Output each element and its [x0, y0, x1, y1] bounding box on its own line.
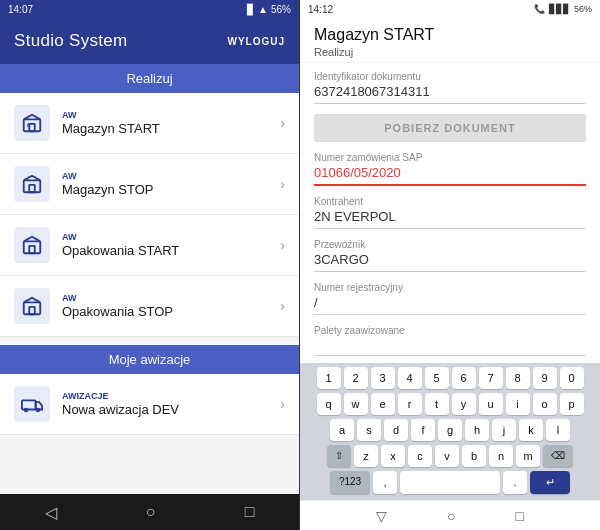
kb-key-f[interactable]: f [411, 419, 435, 441]
kb-key-e[interactable]: e [371, 393, 395, 415]
kb-key-x[interactable]: x [381, 445, 405, 467]
menu-item-awizacja-dev[interactable]: Awizacje Nowa awizacja DEV › [0, 374, 299, 435]
section-gap [0, 337, 299, 345]
back-button-left[interactable]: ◁ [33, 497, 69, 528]
value-sap-order[interactable]: 01066/05/2020 [314, 165, 586, 186]
svg-rect-4 [29, 185, 35, 192]
package-icon-1 [14, 227, 50, 263]
kb-key-c[interactable]: c [408, 445, 432, 467]
kb-row-numbers: 1 2 3 4 5 6 7 8 9 0 [302, 367, 598, 389]
kb-key-q[interactable]: q [317, 393, 341, 415]
field-sap-order: Numer zamówienia SAP 01066/05/2020 [314, 152, 586, 186]
kb-key-0[interactable]: 0 [560, 367, 584, 389]
kb-key-o[interactable]: o [533, 393, 557, 415]
app-header-left: Studio System WYLOGUJ [0, 18, 299, 64]
recent-button-right[interactable]: □ [516, 508, 524, 524]
kb-key-z[interactable]: z [354, 445, 378, 467]
field-numer-rej: Numer rejestracyjny / [314, 282, 586, 315]
recent-button-left[interactable]: □ [233, 497, 267, 527]
kb-key-9[interactable]: 9 [533, 367, 557, 389]
kb-key-3[interactable]: 3 [371, 367, 395, 389]
chevron-icon-5: › [280, 396, 285, 412]
back-button-right[interactable]: ▽ [376, 508, 387, 524]
menu-item-magazyn-stop[interactable]: AW Magazyn STOP › [0, 154, 299, 215]
svg-text:A: A [27, 122, 31, 128]
page-title-right: Magazyn START [314, 26, 586, 44]
kb-row-asdf: a s d f g h j k l [302, 419, 598, 441]
kb-key-6[interactable]: 6 [452, 367, 476, 389]
menu-text-4: AW Opakowania STOP [62, 293, 280, 319]
menu-text-5: Awizacje Nowa awizacja DEV [62, 391, 280, 417]
kb-key-p[interactable]: p [560, 393, 584, 415]
value-przewoznik: 3CARGO [314, 252, 586, 272]
kb-key-s[interactable]: s [357, 419, 381, 441]
kb-shift-key[interactable]: ⇧ [327, 445, 351, 467]
kb-period-key[interactable]: . [503, 471, 527, 494]
menu-item-magazyn-start[interactable]: A AW Magazyn START › [0, 93, 299, 154]
value-palety[interactable] [314, 338, 586, 356]
value-numer-rej[interactable]: / [314, 295, 586, 315]
fetch-button[interactable]: POBIERZ DOKUMENT [314, 114, 586, 142]
home-button-left[interactable]: ○ [134, 497, 168, 527]
kb-enter-key[interactable]: ↵ [530, 471, 570, 494]
menu-item-opakowania-start[interactable]: AW Opakowania START › [0, 215, 299, 276]
status-icons-right: 📞 ▊▊▊ 56% [534, 4, 592, 14]
kb-key-8[interactable]: 8 [506, 367, 530, 389]
kb-key-y[interactable]: y [452, 393, 476, 415]
status-bar-right: 14:12 📞 ▊▊▊ 56% [300, 0, 600, 18]
svg-rect-6 [29, 246, 35, 253]
kb-key-n[interactable]: n [489, 445, 513, 467]
svg-rect-7 [24, 302, 41, 314]
svg-rect-3 [24, 180, 41, 192]
field-kontrahent: Kontrahent 2N EVERPOL [314, 196, 586, 229]
nav-bar-left: ◁ ○ □ [0, 494, 299, 530]
kb-space-key[interactable] [400, 471, 500, 494]
kb-key-i[interactable]: i [506, 393, 530, 415]
form-area: Identyfikator dokumentu 6372418067314311… [300, 63, 600, 363]
kb-delete-key[interactable]: ⌫ [543, 445, 573, 467]
kb-key-h[interactable]: h [465, 419, 489, 441]
logout-button[interactable]: WYLOGUJ [227, 36, 285, 47]
warehouse-icon-1: A [14, 105, 50, 141]
label-kontrahent: Kontrahent [314, 196, 586, 207]
kb-key-g[interactable]: g [438, 419, 462, 441]
menu-item-opakowania-stop[interactable]: AW Opakowania STOP › [0, 276, 299, 337]
kb-key-4[interactable]: 4 [398, 367, 422, 389]
kb-key-u[interactable]: u [479, 393, 503, 415]
kb-key-w[interactable]: w [344, 393, 368, 415]
section-awizacje: Moje awizacje [0, 345, 299, 374]
kb-key-5[interactable]: 5 [425, 367, 449, 389]
kb-symbols-key[interactable]: ?123 [330, 471, 370, 494]
right-phone: 14:12 📞 ▊▊▊ 56% Magazyn START Realizuj I… [300, 0, 600, 530]
label-palety: Palety zaawizowane [314, 325, 586, 336]
kb-key-1[interactable]: 1 [317, 367, 341, 389]
signal-icon-right: ▊▊▊ [549, 4, 570, 14]
kb-key-t[interactable]: t [425, 393, 449, 415]
status-time-left: 14:07 [8, 4, 33, 15]
kb-key-2[interactable]: 2 [344, 367, 368, 389]
value-document-id[interactable]: 6372418067314311 [314, 84, 586, 104]
kb-key-7[interactable]: 7 [479, 367, 503, 389]
awizacje-list: Awizacje Nowa awizacja DEV › [0, 374, 299, 435]
kb-key-v[interactable]: v [435, 445, 459, 467]
svg-rect-8 [29, 307, 35, 314]
kb-key-l[interactable]: l [546, 419, 570, 441]
kb-key-a[interactable]: a [330, 419, 354, 441]
kb-key-b[interactable]: b [462, 445, 486, 467]
kb-key-k[interactable]: k [519, 419, 543, 441]
app-title: Studio System [14, 31, 128, 51]
menu-text-1: AW Magazyn START [62, 110, 280, 136]
app-header-right: Magazyn START Realizuj [300, 18, 600, 63]
label-document-id: Identyfikator dokumentu [314, 71, 586, 82]
truck-icon [14, 386, 50, 422]
battery-left: 56% [271, 4, 291, 15]
kb-key-d[interactable]: d [384, 419, 408, 441]
kb-key-j[interactable]: j [492, 419, 516, 441]
kb-comma-key[interactable]: , [373, 471, 397, 494]
kb-row-qwerty: q w e r t y u i o p [302, 393, 598, 415]
home-button-right[interactable]: ○ [447, 508, 455, 524]
keyboard: 1 2 3 4 5 6 7 8 9 0 q w e r t y u i o p … [300, 363, 600, 500]
label-przewoznik: Przewoźnik [314, 239, 586, 250]
kb-key-r[interactable]: r [398, 393, 422, 415]
kb-key-m[interactable]: m [516, 445, 540, 467]
